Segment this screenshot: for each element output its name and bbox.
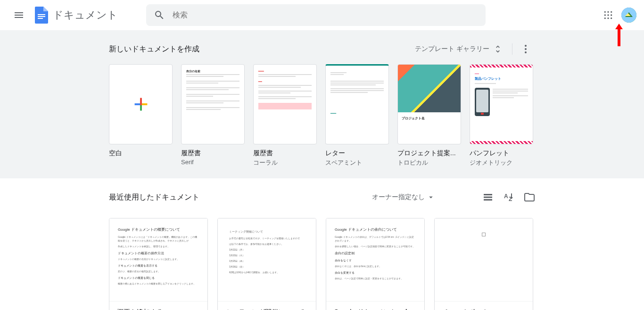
sort-az-icon: AZ: [503, 192, 514, 203]
template-name: 履歴書: [181, 149, 245, 158]
svg-rect-1: [38, 16, 45, 17]
search-input[interactable]: [173, 11, 478, 19]
svg-text:A: A: [504, 193, 508, 200]
divider: [512, 43, 512, 55]
docs-logo-icon: [32, 6, 51, 25]
template-name: パンフレット: [470, 149, 533, 158]
svg-point-14: [525, 48, 527, 50]
template-letter-spearmint[interactable]: ━━━━ レター スペアミント: [325, 64, 389, 167]
sort-button[interactable]: AZ: [503, 192, 514, 203]
template-sub: コーラル: [253, 159, 317, 167]
doc-thumbnail: Google ドキュメントの概要について Google ドキュメントには「ドキュ…: [109, 218, 207, 301]
template-name: プロジェクト提案...: [397, 149, 461, 158]
svg-point-9: [604, 17, 606, 19]
dropdown-icon: [427, 193, 435, 201]
doc-thumbnail: Google ドキュメントの余白について Google ドキュメントの余白は、デ…: [326, 218, 424, 301]
list-view-button[interactable]: [482, 192, 494, 203]
doc-card[interactable]: Google ドキュメントの概要について Google ドキュメントには「ドキュ…: [109, 218, 208, 310]
folder-icon: [524, 192, 535, 203]
svg-point-5: [611, 11, 612, 13]
list-icon: [482, 192, 494, 203]
google-apps-button[interactable]: [599, 6, 618, 25]
owner-filter-button[interactable]: オーナー指定なし: [372, 193, 435, 201]
template-section: 新しいドキュメントを作成 テンプレート ギャラリー 空白: [0, 30, 644, 178]
app-title: ドキュメント: [53, 8, 118, 22]
svg-point-7: [607, 14, 609, 16]
plus-icon: [109, 65, 172, 144]
template-section-title: 新しいドキュメントを作成: [109, 44, 199, 54]
doc-name: Google ドキュメントの余...: [334, 308, 417, 310]
svg-point-8: [611, 14, 612, 16]
doc-card[interactable]: チェックボックス: [434, 218, 533, 310]
template-resume-coral[interactable]: ━━━ ━━ 履歴書 コーラル: [253, 64, 317, 167]
template-sub: トロピカル: [397, 159, 461, 167]
svg-rect-0: [38, 14, 45, 15]
avatar-icon: [621, 8, 636, 23]
svg-point-11: [611, 17, 612, 19]
doc-card[interactable]: Google ドキュメントの余白について Google ドキュメントの余白は、デ…: [326, 218, 425, 310]
doc-thumbnail: [435, 218, 533, 301]
svg-point-4: [607, 11, 609, 13]
template-name: 履歴書: [253, 149, 317, 158]
search-box[interactable]: [146, 4, 486, 26]
svg-point-10: [607, 17, 609, 19]
template-resume-serif[interactable]: 自分の名前 履歴書 Serif: [181, 64, 245, 167]
template-sub: スペアミント: [325, 159, 389, 167]
template-name: レター: [325, 149, 389, 158]
template-sub: Serif: [181, 159, 245, 166]
doc-card[interactable]: ミーティング開催について お手元の書類と日程表ですが、ミーティングを開催いたしま…: [217, 218, 316, 310]
template-sub: ジオメトリック: [470, 159, 533, 167]
logo-area[interactable]: ドキュメント: [32, 6, 118, 25]
template-project-tropical[interactable]: プロジェクト名 プロジェクト提案... トロピカル: [397, 64, 461, 167]
doc-name: 概要を追加する: [117, 308, 200, 310]
gallery-label: テンプレート ギャラリー: [415, 45, 489, 53]
svg-point-15: [525, 51, 527, 53]
template-gallery-button[interactable]: テンプレート ギャラリー: [409, 41, 508, 58]
unfold-icon: [493, 44, 503, 54]
svg-rect-2: [38, 18, 43, 19]
account-avatar[interactable]: [621, 8, 636, 23]
doc-thumbnail: ミーティング開催について お手元の書類と日程表ですが、ミーティングを開催いたしま…: [218, 218, 316, 301]
main-menu-button[interactable]: [8, 4, 30, 26]
menu-icon: [13, 9, 25, 21]
filter-label: オーナー指定なし: [372, 193, 425, 201]
doc-name: チェックボックス: [442, 308, 525, 310]
svg-point-6: [604, 14, 606, 16]
svg-point-3: [604, 11, 606, 13]
search-icon: [154, 9, 165, 21]
recent-section-title: 最近使用したドキュメント: [109, 193, 199, 202]
doc-name: ミーティング開催について: [225, 308, 308, 310]
more-vert-icon: [520, 43, 531, 55]
open-folder-button[interactable]: [524, 192, 535, 203]
svg-point-13: [525, 45, 527, 47]
template-name: 空白: [109, 149, 173, 158]
template-brochure-geometric[interactable]: ━━━ 製品パンフレット パンフレット ジオメ: [470, 64, 533, 167]
apps-grid-icon: [603, 10, 613, 20]
template-more-button[interactable]: [516, 40, 535, 59]
recent-section: 最近使用したドキュメント オーナー指定なし AZ Google ド: [0, 178, 644, 310]
template-blank[interactable]: 空白: [109, 64, 173, 167]
